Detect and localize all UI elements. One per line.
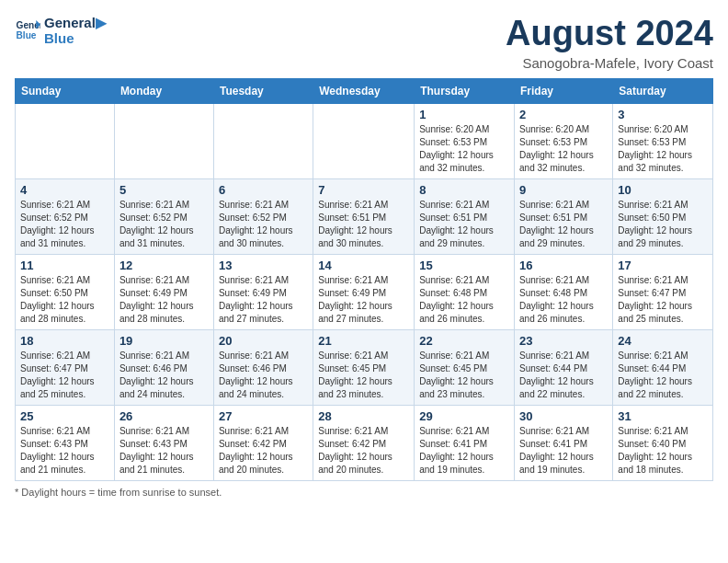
day-info: Sunrise: 6:21 AM Sunset: 6:50 PM Dayligh… [618, 199, 708, 250]
day-info: Sunrise: 6:21 AM Sunset: 6:44 PM Dayligh… [519, 350, 608, 401]
calendar-cell: 17Sunrise: 6:21 AM Sunset: 6:47 PM Dayli… [613, 254, 713, 329]
day-number: 9 [519, 183, 608, 197]
calendar-week-row: 18Sunrise: 6:21 AM Sunset: 6:47 PM Dayli… [16, 329, 713, 405]
col-header-friday: Friday [515, 78, 613, 103]
day-number: 8 [419, 183, 509, 197]
day-number: 1 [419, 108, 509, 121]
calendar-cell: 13Sunrise: 6:21 AM Sunset: 6:49 PM Dayli… [213, 254, 313, 329]
calendar-cell: 11Sunrise: 6:21 AM Sunset: 6:50 PM Dayli… [16, 254, 115, 329]
day-info: Sunrise: 6:21 AM Sunset: 6:42 PM Dayligh… [318, 425, 409, 477]
day-number: 12 [119, 259, 209, 272]
day-number: 20 [219, 334, 308, 348]
day-number: 31 [618, 409, 708, 423]
day-number: 16 [519, 259, 608, 272]
day-number: 30 [519, 409, 608, 423]
col-header-sunday: Sunday [16, 78, 115, 103]
day-info: Sunrise: 6:21 AM Sunset: 6:50 PM Dayligh… [20, 274, 109, 326]
day-number: 5 [119, 183, 209, 197]
month-title: August 2024 [506, 15, 713, 53]
day-info: Sunrise: 6:21 AM Sunset: 6:42 PM Dayligh… [219, 425, 308, 477]
calendar-cell [114, 103, 213, 178]
calendar-cell: 16Sunrise: 6:21 AM Sunset: 6:48 PM Dayli… [515, 254, 613, 329]
day-number: 25 [20, 409, 109, 423]
day-number: 7 [318, 183, 409, 197]
calendar-header-row: SundayMondayTuesdayWednesdayThursdayFrid… [16, 78, 713, 103]
page-header: General Blue General▶ Blue August 2024 S… [15, 15, 713, 71]
calendar-cell: 8Sunrise: 6:21 AM Sunset: 6:51 PM Daylig… [415, 178, 515, 254]
col-header-tuesday: Tuesday [213, 78, 313, 103]
calendar-cell: 24Sunrise: 6:21 AM Sunset: 6:44 PM Dayli… [613, 329, 713, 405]
svg-text:Blue: Blue [17, 31, 37, 41]
calendar-cell: 14Sunrise: 6:21 AM Sunset: 6:49 PM Dayli… [313, 254, 415, 329]
footer-text: Daylight hours [21, 487, 85, 498]
day-info: Sunrise: 6:21 AM Sunset: 6:52 PM Dayligh… [119, 199, 209, 250]
calendar-cell: 3Sunrise: 6:20 AM Sunset: 6:53 PM Daylig… [613, 103, 713, 178]
calendar-cell: 12Sunrise: 6:21 AM Sunset: 6:49 PM Dayli… [114, 254, 213, 329]
calendar-cell: 20Sunrise: 6:21 AM Sunset: 6:46 PM Dayli… [213, 329, 313, 405]
calendar-cell: 31Sunrise: 6:21 AM Sunset: 6:40 PM Dayli… [613, 405, 713, 480]
day-number: 28 [318, 409, 409, 423]
day-info: Sunrise: 6:21 AM Sunset: 6:45 PM Dayligh… [318, 350, 409, 401]
day-info: Sunrise: 6:21 AM Sunset: 6:52 PM Dayligh… [219, 199, 308, 250]
logo-icon: General Blue [15, 17, 40, 43]
day-info: Sunrise: 6:20 AM Sunset: 6:53 PM Dayligh… [519, 123, 608, 175]
logo-text: General▶ Blue [44, 15, 107, 47]
calendar-cell: 5Sunrise: 6:21 AM Sunset: 6:52 PM Daylig… [114, 178, 213, 254]
calendar-cell: 21Sunrise: 6:21 AM Sunset: 6:45 PM Dayli… [313, 329, 415, 405]
day-info: Sunrise: 6:21 AM Sunset: 6:46 PM Dayligh… [119, 350, 209, 401]
calendar-cell: 27Sunrise: 6:21 AM Sunset: 6:42 PM Dayli… [213, 405, 313, 480]
day-info: Sunrise: 6:21 AM Sunset: 6:41 PM Dayligh… [419, 425, 509, 477]
day-number: 6 [219, 183, 308, 197]
day-number: 24 [618, 334, 708, 348]
day-info: Sunrise: 6:20 AM Sunset: 6:53 PM Dayligh… [419, 123, 509, 175]
day-number: 19 [119, 334, 209, 348]
day-info: Sunrise: 6:21 AM Sunset: 6:47 PM Dayligh… [618, 274, 708, 326]
day-number: 13 [219, 259, 308, 272]
day-number: 17 [618, 259, 708, 272]
calendar-week-row: 4Sunrise: 6:21 AM Sunset: 6:52 PM Daylig… [16, 178, 713, 254]
day-info: Sunrise: 6:21 AM Sunset: 6:48 PM Dayligh… [419, 274, 509, 326]
day-info: Sunrise: 6:21 AM Sunset: 6:49 PM Dayligh… [219, 274, 308, 326]
day-number: 21 [318, 334, 409, 348]
calendar-cell: 26Sunrise: 6:21 AM Sunset: 6:43 PM Dayli… [114, 405, 213, 480]
day-number: 18 [20, 334, 109, 348]
day-info: Sunrise: 6:21 AM Sunset: 6:46 PM Dayligh… [219, 350, 308, 401]
day-info: Sunrise: 6:21 AM Sunset: 6:48 PM Dayligh… [519, 274, 608, 326]
calendar-week-row: 25Sunrise: 6:21 AM Sunset: 6:43 PM Dayli… [16, 405, 713, 480]
day-number: 14 [318, 259, 409, 272]
day-number: 15 [419, 259, 509, 272]
day-info: Sunrise: 6:21 AM Sunset: 6:47 PM Dayligh… [20, 350, 109, 401]
location-subtitle: Sanogobra-Mafele, Ivory Coast [506, 55, 713, 71]
day-info: Sunrise: 6:20 AM Sunset: 6:53 PM Dayligh… [618, 123, 708, 175]
day-number: 22 [419, 334, 509, 348]
calendar-cell: 18Sunrise: 6:21 AM Sunset: 6:47 PM Dayli… [16, 329, 115, 405]
day-info: Sunrise: 6:21 AM Sunset: 6:49 PM Dayligh… [119, 274, 209, 326]
calendar-cell: 15Sunrise: 6:21 AM Sunset: 6:48 PM Dayli… [415, 254, 515, 329]
title-block: August 2024 Sanogobra-Mafele, Ivory Coas… [506, 15, 713, 71]
day-info: Sunrise: 6:21 AM Sunset: 6:43 PM Dayligh… [20, 425, 109, 477]
day-number: 11 [20, 259, 109, 272]
calendar-cell: 25Sunrise: 6:21 AM Sunset: 6:43 PM Dayli… [16, 405, 115, 480]
footer-note: * Daylight hours = time from sunrise to … [15, 487, 713, 498]
calendar-cell: 22Sunrise: 6:21 AM Sunset: 6:45 PM Dayli… [415, 329, 515, 405]
col-header-thursday: Thursday [415, 78, 515, 103]
day-info: Sunrise: 6:21 AM Sunset: 6:51 PM Dayligh… [419, 199, 509, 250]
day-number: 10 [618, 183, 708, 197]
calendar-cell: 6Sunrise: 6:21 AM Sunset: 6:52 PM Daylig… [213, 178, 313, 254]
calendar-cell: 29Sunrise: 6:21 AM Sunset: 6:41 PM Dayli… [415, 405, 515, 480]
calendar-week-row: 11Sunrise: 6:21 AM Sunset: 6:50 PM Dayli… [16, 254, 713, 329]
calendar-cell [313, 103, 415, 178]
calendar-cell: 10Sunrise: 6:21 AM Sunset: 6:50 PM Dayli… [613, 178, 713, 254]
calendar-cell: 4Sunrise: 6:21 AM Sunset: 6:52 PM Daylig… [16, 178, 115, 254]
calendar-cell: 7Sunrise: 6:21 AM Sunset: 6:51 PM Daylig… [313, 178, 415, 254]
day-number: 3 [618, 108, 708, 121]
col-header-saturday: Saturday [613, 78, 713, 103]
calendar-cell [16, 103, 115, 178]
calendar-cell: 28Sunrise: 6:21 AM Sunset: 6:42 PM Dayli… [313, 405, 415, 480]
calendar-cell: 19Sunrise: 6:21 AM Sunset: 6:46 PM Dayli… [114, 329, 213, 405]
day-info: Sunrise: 6:21 AM Sunset: 6:41 PM Dayligh… [519, 425, 608, 477]
calendar-cell: 30Sunrise: 6:21 AM Sunset: 6:41 PM Dayli… [515, 405, 613, 480]
day-number: 29 [419, 409, 509, 423]
calendar-cell [213, 103, 313, 178]
calendar-cell: 23Sunrise: 6:21 AM Sunset: 6:44 PM Dayli… [515, 329, 613, 405]
